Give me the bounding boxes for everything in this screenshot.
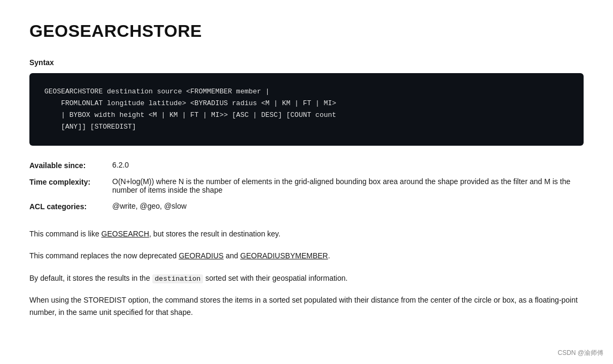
code-block: GEOSEARCHSTORE destination source <FROMM… bbox=[29, 73, 584, 146]
desc2-text-after: . bbox=[328, 251, 330, 260]
desc2-text-middle: and bbox=[223, 251, 240, 260]
meta-value-available: 6.2.0 bbox=[112, 161, 584, 169]
destination-code: destination bbox=[152, 274, 204, 283]
desc2-text-before: This command replaces the now deprecated bbox=[29, 251, 179, 260]
desc1-text-after: , but stores the result in destination k… bbox=[149, 230, 281, 238]
meta-row-available: Available since: 6.2.0 bbox=[29, 161, 584, 170]
syntax-label: Syntax bbox=[29, 58, 584, 67]
meta-label-complexity: Time complexity: bbox=[29, 177, 112, 186]
geosearch-link[interactable]: GEOSEARCH bbox=[102, 230, 149, 238]
desc-para-2: This command replaces the now deprecated… bbox=[29, 250, 584, 262]
meta-table: Available since: 6.2.0 Time complexity: … bbox=[29, 161, 584, 211]
meta-label-acl: ACL categories: bbox=[29, 202, 112, 211]
meta-label-available: Available since: bbox=[29, 161, 112, 170]
meta-row-acl: ACL categories: @write, @geo, @slow bbox=[29, 202, 584, 211]
desc-para-1: This command is like GEOSEARCH, but stor… bbox=[29, 228, 584, 240]
desc1-text-before: This command is like bbox=[29, 230, 102, 238]
desc-para-4: When using the STOREDIST option, the com… bbox=[29, 294, 584, 319]
page-title: GEOSEARCHSTORE bbox=[29, 21, 584, 41]
code-content: GEOSEARCHSTORE destination source <FROMM… bbox=[44, 86, 569, 133]
desc-para-3: By default, it stores the results in the… bbox=[29, 272, 584, 284]
meta-value-acl: @write, @geo, @slow bbox=[112, 202, 584, 210]
description-section: This command is like GEOSEARCH, but stor… bbox=[29, 228, 584, 319]
desc3-text-before: By default, it stores the results in the bbox=[29, 274, 152, 282]
georadiusbymember-link[interactable]: GEORADIUSBYMEMBER bbox=[240, 251, 328, 260]
georadius-link[interactable]: GEORADIUS bbox=[179, 251, 223, 260]
desc3-text-after: sorted set with their geospatial informa… bbox=[203, 274, 347, 282]
meta-value-complexity: O(N+log(M)) where N is the number of ele… bbox=[112, 177, 584, 194]
watermark: CSDN @渝师傅 bbox=[557, 349, 603, 350]
meta-row-complexity: Time complexity: O(N+log(M)) where N is … bbox=[29, 177, 584, 194]
